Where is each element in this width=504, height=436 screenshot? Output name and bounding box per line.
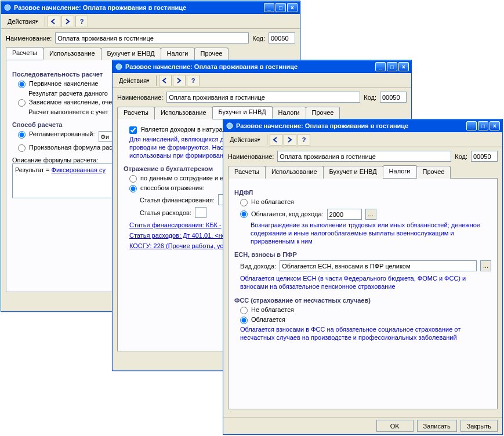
actions-menu[interactable]: Действия bbox=[115, 75, 154, 86]
custom-radio[interactable] bbox=[18, 144, 26, 152]
svg-point-1 bbox=[116, 64, 122, 70]
toolbar: Действия ? bbox=[113, 73, 411, 88]
toolbar-separator bbox=[156, 75, 157, 86]
minimize-button[interactable]: _ bbox=[466, 121, 477, 130]
minimize-button[interactable]: _ bbox=[375, 62, 386, 71]
tab-ispolzovanie[interactable]: Использование bbox=[43, 48, 101, 60]
actions-menu[interactable]: Действия bbox=[3, 16, 42, 27]
titlebar[interactable]: Разовое начисление: Оплата проживания в … bbox=[113, 60, 411, 73]
toolbar: Действия ? bbox=[223, 132, 502, 147]
ndfl-code-select-button[interactable]: … bbox=[365, 209, 376, 220]
actions-menu[interactable]: Действия bbox=[226, 134, 264, 146]
titlebar[interactable]: Разовое начисление: Оплата проживания в … bbox=[223, 119, 502, 132]
minimize-button[interactable]: _ bbox=[264, 3, 274, 12]
income-type-input[interactable] bbox=[280, 260, 477, 271]
tab-ispolzovanie[interactable]: Использование bbox=[154, 107, 213, 119]
exp-link[interactable]: Статья расходов: Дт 401.01, <не bbox=[129, 232, 226, 239]
name-label: Наименование: bbox=[6, 35, 52, 42]
tab-nalogi[interactable]: Налоги bbox=[383, 165, 417, 178]
ndfl-code-input[interactable] bbox=[327, 209, 362, 220]
ndfl-yes-radio[interactable] bbox=[240, 210, 248, 218]
help-icon[interactable]: ? bbox=[75, 16, 88, 27]
code-input[interactable] bbox=[471, 151, 498, 162]
prev-icon[interactable] bbox=[270, 134, 282, 146]
exp-input[interactable] bbox=[195, 207, 206, 218]
next-icon[interactable] bbox=[61, 16, 74, 27]
svg-point-0 bbox=[5, 5, 10, 10]
close-button[interactable]: × bbox=[398, 62, 409, 71]
tabs: Расчеты Использование Бухучет и ЕНВД Нал… bbox=[228, 165, 498, 179]
tab-prochee[interactable]: Прочее bbox=[416, 166, 451, 179]
name-input[interactable] bbox=[277, 151, 451, 162]
esn-title: ЕСН, взносы в ПФР bbox=[234, 251, 491, 258]
by-employee-radio[interactable] bbox=[129, 175, 137, 183]
tab-nalogi[interactable]: Налоги bbox=[161, 48, 195, 60]
is-income-checkbox[interactable] bbox=[129, 126, 137, 134]
ndfl-not-label: Не облагается bbox=[251, 198, 294, 205]
custom-label: Произвольная формула рас bbox=[29, 144, 113, 151]
tab-raschety[interactable]: Расчеты bbox=[117, 107, 155, 119]
save-button[interactable]: Записать bbox=[417, 420, 457, 432]
code-label: Код: bbox=[455, 153, 467, 160]
name-label: Наименование: bbox=[228, 153, 274, 160]
tab-nalogi[interactable]: Налоги bbox=[272, 107, 306, 119]
primary-label: Первичное начисление bbox=[29, 80, 98, 87]
esn-hint: Облагается целиком ЕСН (в части Федераль… bbox=[240, 275, 491, 291]
code-input[interactable] bbox=[269, 32, 295, 43]
prev-icon[interactable] bbox=[48, 16, 60, 27]
fss-yes-label: Облагается bbox=[251, 316, 285, 323]
reglament-radio[interactable] bbox=[18, 131, 26, 139]
fss-title: ФСС (страхование от несчастных случаев) bbox=[234, 297, 491, 304]
maximize-button[interactable]: □ bbox=[478, 121, 488, 130]
tab-raschety[interactable]: Расчеты bbox=[6, 47, 43, 60]
fss-yes-radio[interactable] bbox=[240, 317, 248, 324]
income-type-select-button[interactable]: … bbox=[480, 260, 491, 271]
tab-buhuchet[interactable]: Бухучет и ЕНВД bbox=[323, 166, 383, 179]
next-icon[interactable] bbox=[173, 75, 186, 86]
ok-button[interactable]: OK bbox=[376, 420, 414, 432]
window-title: Разовое начисление: Оплата проживания в … bbox=[236, 122, 466, 129]
name-input[interactable] bbox=[55, 32, 249, 43]
reglament-value[interactable] bbox=[99, 131, 113, 142]
by-method-radio[interactable] bbox=[129, 185, 137, 192]
help-icon[interactable]: ? bbox=[298, 134, 310, 146]
dependent-label: Зависимое начисление, оче bbox=[29, 99, 112, 106]
fin-link[interactable]: Статья финансирования: КБК - bbox=[129, 221, 222, 228]
titlebar[interactable]: Разовое начисление: Оплата проживания в … bbox=[1, 1, 300, 14]
close-button[interactable]: × bbox=[490, 121, 500, 130]
tab-buhuchet[interactable]: Бухучет и ЕНВД bbox=[101, 48, 161, 60]
dependent-radio[interactable] bbox=[18, 99, 26, 107]
is-income-label: Является доходом в натураль bbox=[140, 126, 230, 133]
name-input[interactable] bbox=[166, 92, 360, 103]
kosgu-link[interactable]: КОСГУ: 226 (Прочие работы, усл bbox=[129, 242, 227, 249]
next-icon[interactable] bbox=[284, 134, 296, 146]
ndfl-yes-label: Облагается, код дохода: bbox=[251, 210, 324, 217]
fss-hint: Облагается взносами в ФСС на обязательно… bbox=[240, 326, 491, 342]
tab-raschety[interactable]: Расчеты bbox=[228, 166, 266, 179]
code-input[interactable] bbox=[380, 92, 407, 103]
code-label: Код: bbox=[252, 35, 265, 42]
toolbar-separator bbox=[45, 16, 45, 27]
app-icon bbox=[115, 63, 123, 71]
code-label: Код: bbox=[364, 94, 376, 101]
maximize-button[interactable]: □ bbox=[275, 3, 286, 12]
formula-link[interactable]: Фиксированная су bbox=[52, 166, 106, 173]
close-button[interactable]: × bbox=[287, 3, 298, 12]
primary-radio[interactable] bbox=[18, 81, 26, 88]
tab-ispolzovanie[interactable]: Использование bbox=[265, 166, 324, 179]
formula-prefix: Результат = bbox=[15, 166, 52, 173]
body: Наименование: Код: Расчеты Использование… bbox=[223, 147, 502, 413]
help-icon[interactable]: ? bbox=[187, 75, 200, 86]
by-method-label: способом отражения: bbox=[140, 184, 204, 191]
ndfl-not-radio[interactable] bbox=[240, 199, 248, 206]
close-button[interactable]: Закрыть bbox=[461, 420, 498, 432]
prev-icon[interactable] bbox=[159, 75, 172, 86]
tab-prochee[interactable]: Прочее bbox=[306, 107, 340, 119]
fss-not-label: Не облагается bbox=[251, 306, 294, 313]
toolbar-separator bbox=[267, 135, 267, 145]
tab-buhuchet[interactable]: Бухучет и ЕНВД bbox=[212, 106, 273, 119]
tab-prochee[interactable]: Прочее bbox=[194, 48, 229, 60]
toolbar: Действия ? bbox=[1, 14, 300, 29]
fss-not-radio[interactable] bbox=[240, 307, 248, 314]
maximize-button[interactable]: □ bbox=[387, 62, 397, 71]
